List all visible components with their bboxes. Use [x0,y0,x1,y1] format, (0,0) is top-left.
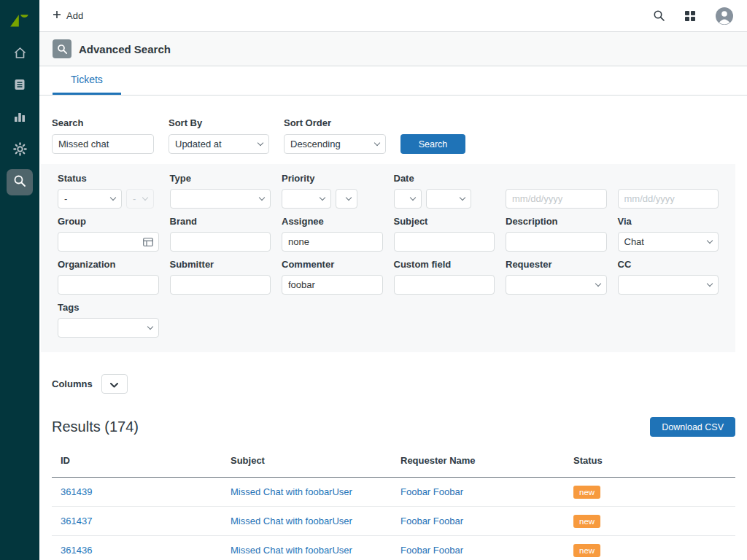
column-header-status: Status [565,444,735,477]
results-title: Results (174) [52,419,139,435]
ticket-subject-link[interactable]: Missed Chat with foobarUser [231,545,352,556]
ticket-id-link[interactable]: 361437 [61,516,92,526]
status-badge: new [573,544,600,557]
organization-input[interactable] [58,275,159,295]
cc-label: CC [618,259,719,270]
chevron-down-icon [147,323,152,329]
commenter-label: Commenter [282,259,383,270]
sort-by-select[interactable]: Updated at [169,134,269,154]
chevron-down-icon [110,378,118,391]
download-csv-button[interactable]: Download CSV [650,417,735,437]
status-secondary-select[interactable]: - [126,189,154,209]
sidebar-item-admin[interactable] [7,137,33,163]
submitter-filter: Submitter [170,259,271,295]
description-label: Description [506,216,607,227]
ticket-subject-link[interactable]: Missed Chat with foobarUser [231,516,352,526]
type-select[interactable] [170,189,271,209]
avatar-icon[interactable] [715,7,734,26]
sort-by-field-group: Sort By Updated at [169,117,269,154]
type-label: Type [170,173,271,184]
requester-select[interactable] [506,275,607,295]
search-icon [13,174,26,190]
brand-label: Brand [170,216,271,227]
sidebar-item-views[interactable] [7,73,33,99]
sort-order-select[interactable]: Descending [284,134,386,154]
chevron-down-icon [110,194,116,200]
add-button[interactable]: Add [53,10,83,21]
status-filter: Status - - [58,173,159,209]
date-from-cell [506,173,607,209]
columns-dropdown-button[interactable] [101,374,128,394]
search-submit-button[interactable]: Search [400,134,465,154]
status-value: - [64,193,67,204]
date-to-input[interactable] [618,189,719,209]
chevron-down-icon [258,139,263,145]
app-header: Advanced Search [39,32,747,66]
brand-input[interactable] [170,232,271,252]
description-filter: Description [506,216,607,252]
subject-label: Subject [394,216,495,227]
subject-filter: Subject [394,216,495,252]
page-title: Advanced Search [79,43,171,55]
ticket-id-link[interactable]: 361436 [61,545,92,556]
sidebar-item-home[interactable] [7,41,33,67]
description-input[interactable] [506,232,607,252]
zendesk-logo-icon[interactable] [9,9,30,29]
global-search-icon[interactable] [653,9,665,22]
via-select[interactable]: Chat [618,232,719,252]
sort-order-label: Sort Order [284,117,386,128]
gear-icon [13,142,27,159]
status-label: Status [58,173,159,184]
bar-chart-icon [13,110,26,126]
column-header-subject: Subject [222,444,392,477]
group-filter: Group [58,216,159,252]
assignee-input[interactable] [282,232,383,252]
group-lookup-icon[interactable] [143,238,153,246]
ticket-subject-link[interactable]: Missed Chat with foobarUser [231,486,352,497]
columns-label: Columns [52,378,93,389]
cc-filter: CC [618,259,719,295]
date-operator-select[interactable] [426,189,471,209]
via-value: Chat [624,236,644,247]
apps-grid-icon[interactable] [684,10,696,22]
chevron-down-icon [707,237,713,243]
results-table: ID Subject Requester Name Status 361439 … [52,444,735,560]
status-badge: new [573,515,600,528]
status-select[interactable]: - [58,189,122,209]
search-field-group: Search [52,117,154,154]
search-label: Search [52,117,154,128]
ticket-id-link[interactable]: 361439 [61,486,92,497]
priority-select[interactable] [282,189,331,209]
sidebar-item-search[interactable] [7,169,33,195]
commenter-input[interactable] [282,275,383,295]
tags-select[interactable] [58,318,159,338]
columns-row: Columns [52,374,735,394]
submitter-input[interactable] [170,275,271,295]
sort-by-value: Updated at [175,139,222,149]
requester-name-link[interactable]: Foobar Foobar [400,486,463,497]
custom-field-filter: Custom field [394,259,495,295]
tab-tickets[interactable]: Tickets [53,66,121,95]
cc-select[interactable] [618,275,719,295]
priority-label: Priority [282,173,383,184]
column-header-id: ID [52,444,222,477]
requester-name-link[interactable]: Foobar Foobar [400,516,463,526]
priority-secondary-select[interactable] [336,189,357,209]
subject-input[interactable] [394,232,495,252]
chevron-down-icon [320,194,325,200]
custom-field-input[interactable] [394,275,495,295]
sidebar-item-reports[interactable] [7,105,33,131]
date-filter: Date [394,173,495,209]
sort-order-value: Descending [290,139,341,149]
add-button-label: Add [66,10,83,21]
organization-filter: Organization [58,259,159,295]
search-input[interactable] [52,134,154,154]
type-filter: Type [170,173,271,209]
table-row: 361437 Missed Chat with foobarUser Fooba… [52,507,735,536]
priority-filter: Priority [282,173,383,209]
advanced-search-app-icon [53,39,71,58]
date-condition-select[interactable] [394,189,422,209]
requester-filter: Requester [506,259,607,295]
requester-name-link[interactable]: Foobar Foobar [400,545,463,556]
date-from-input[interactable] [506,189,607,209]
